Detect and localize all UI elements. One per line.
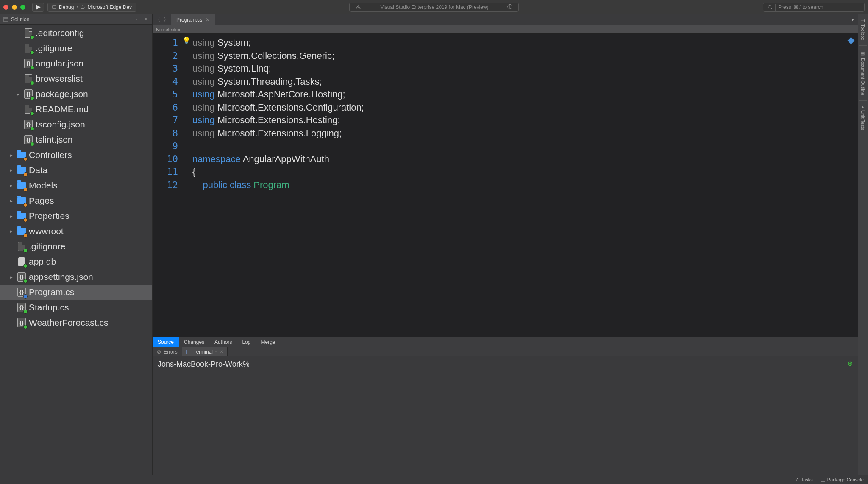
tree-item-app-db[interactable]: app.db (0, 254, 152, 269)
tree-item-angular-json[interactable]: {}angular.json (0, 56, 152, 71)
lightbulb-icon[interactable]: 💡 (182, 36, 192, 44)
solution-icon (3, 17, 8, 22)
tree-item-program-cs[interactable]: {}Program.cs (0, 285, 152, 300)
tree-item--gitignore[interactable]: .gitignore (0, 41, 152, 56)
expander-icon[interactable]: ▸ (10, 198, 14, 204)
solution-tree[interactable]: .editorconfig.gitignore{}angular.jsonbro… (0, 25, 152, 475)
right-rail: T Toolbox ▤ Document Outline + Unit Test… (858, 14, 868, 475)
window-controls (3, 5, 25, 10)
tree-item-weatherforecast-cs[interactable]: {}WeatherForecast.cs (0, 315, 152, 330)
code-line[interactable]: namespace AngularAppWithAuth (192, 153, 858, 166)
rail-tab-toolbox[interactable]: T Toolbox (860, 16, 866, 44)
code-line[interactable]: using System.Linq; (192, 62, 858, 75)
search-icon (768, 5, 773, 10)
code-line[interactable] (192, 140, 858, 153)
tree-item-label: WeatherForecast.cs (29, 318, 108, 328)
tree-item-data[interactable]: ▸Data (0, 163, 152, 178)
breadcrumb-bar[interactable]: No selection (153, 25, 858, 34)
code-line[interactable]: using Microsoft.AspNetCore.Hosting; (192, 88, 858, 101)
json-icon: {} (24, 89, 33, 100)
nav-back-icon[interactable]: 〈 (155, 16, 160, 23)
sc-tab-authors[interactable]: Authors (209, 337, 237, 347)
rail-tab-doc-outline[interactable]: ▤ Document Outline (860, 47, 867, 99)
sc-tab-source[interactable]: Source (153, 337, 179, 347)
expander-icon[interactable]: ▸ (10, 213, 14, 219)
tree-item-package-json[interactable]: ▸{}package.json (0, 86, 152, 102)
folder-icon (17, 180, 26, 191)
code-line[interactable]: using System.Threading.Tasks; (192, 75, 858, 89)
nav-forward-icon[interactable]: 〉 (164, 16, 169, 23)
file-icon (24, 73, 33, 84)
tree-item-browserslist[interactable]: browserslist (0, 71, 152, 86)
status-badge (30, 66, 34, 70)
expander-icon[interactable]: ▸ (10, 168, 14, 173)
bottom-pane-tabs: ⊘ Errors Terminal ▫ ✕ (153, 347, 858, 356)
code-line[interactable]: public class Program (192, 179, 858, 192)
errors-tab[interactable]: ⊘ Errors (153, 347, 182, 356)
terminal-pane[interactable]: Jons-MacBook-Pro-Work% ⊕ (153, 356, 858, 475)
tab-overflow-icon[interactable]: ▼ (848, 14, 858, 25)
expander-icon[interactable]: ▸ (10, 152, 14, 158)
tree-item-wwwroot[interactable]: ▸wwwroot (0, 224, 152, 239)
source-control-tabs: SourceChangesAuthorsLogMerge (153, 337, 858, 347)
file-icon (17, 241, 26, 252)
tree-item-startup-cs[interactable]: {}Startup.cs (0, 300, 152, 315)
code-line[interactable]: using System; (192, 36, 858, 50)
tree-item-label: package.json (36, 89, 88, 99)
tree-item-label: appsettings.json (29, 272, 93, 282)
status-badge (23, 264, 28, 268)
close-window-icon[interactable] (3, 5, 8, 10)
search-box[interactable]: Press '⌘.' to search (763, 3, 865, 12)
tree-item-properties[interactable]: ▸Properties (0, 208, 152, 224)
tab-close-icon[interactable]: ✕ (206, 17, 210, 23)
tree-item-pages[interactable]: ▸Pages (0, 193, 152, 208)
json-icon: {} (24, 134, 33, 145)
zoom-window-icon[interactable] (20, 5, 25, 10)
code-line[interactable]: using Microsoft.Extensions.Logging; (192, 127, 858, 140)
code-lines[interactable]: using System;using System.Collections.Ge… (192, 34, 858, 337)
panel-undock-icon[interactable]: ▫ (134, 17, 140, 22)
expander-icon[interactable]: ▸ (10, 183, 14, 188)
tab-close-icon[interactable]: ✕ (220, 349, 223, 354)
sc-tab-changes[interactable]: Changes (179, 337, 209, 347)
expander-icon[interactable]: ▸ (10, 229, 14, 234)
editor-tab-program[interactable]: Program.cs ✕ (171, 14, 215, 25)
code-line[interactable]: using Microsoft.Extensions.Configuration… (192, 101, 858, 114)
rail-tab-unit-tests[interactable]: + Unit Tests (860, 102, 866, 134)
solution-panel: Solution ▫ ✕ .editorconfig.gitignore{}an… (0, 14, 153, 475)
terminal-tab[interactable]: Terminal ▫ ✕ (182, 347, 228, 356)
status-badge (30, 50, 34, 55)
line-number: 10 (153, 153, 178, 166)
code-line[interactable]: using System.Collections.Generic; (192, 50, 858, 63)
tab-undock-icon[interactable]: ▫ (215, 349, 217, 354)
run-button[interactable] (32, 3, 44, 12)
tree-item-appsettings-json[interactable]: ▸{}appsettings.json (0, 269, 152, 285)
minimize-window-icon[interactable] (12, 5, 17, 10)
line-number: 4 (153, 75, 178, 89)
tree-item-controllers[interactable]: ▸Controllers (0, 147, 152, 163)
code-editor[interactable]: 123456789101112 💡 using System;using Sys… (153, 34, 858, 337)
panel-close-icon[interactable]: ✕ (143, 17, 149, 22)
status-bar: ✓ Tasks Package Console (0, 475, 868, 484)
expander-icon[interactable]: ▸ (10, 274, 14, 280)
folder-icon (17, 195, 26, 206)
status-package-console[interactable]: Package Console (821, 477, 864, 482)
tree-item-label: tsconfig.json (36, 119, 85, 130)
sc-tab-log[interactable]: Log (237, 337, 256, 347)
tree-item-models[interactable]: ▸Models (0, 178, 152, 193)
code-line[interactable]: { (192, 166, 858, 179)
sc-tab-merge[interactable]: Merge (256, 337, 280, 347)
status-tasks[interactable]: ✓ Tasks (795, 477, 813, 482)
tree-item-tsconfig-json[interactable]: {}tsconfig.json (0, 117, 152, 132)
tree-item-readme-md[interactable]: README.md (0, 102, 152, 117)
tree-item--gitignore[interactable]: .gitignore (0, 239, 152, 254)
run-configuration[interactable]: Debug › Microsoft Edge Dev (47, 3, 136, 12)
code-line[interactable]: using Microsoft.Extensions.Hosting; (192, 114, 858, 127)
tree-item--editorconfig[interactable]: .editorconfig (0, 25, 152, 41)
tree-item-tslint-json[interactable]: {}tslint.json (0, 132, 152, 147)
expander-icon[interactable]: ▸ (17, 91, 21, 97)
info-icon[interactable]: ⓘ (507, 3, 512, 11)
line-number: 7 (153, 114, 178, 127)
terminal-add-icon[interactable]: ⊕ (847, 360, 853, 368)
errors-icon: ⊘ (157, 349, 161, 355)
